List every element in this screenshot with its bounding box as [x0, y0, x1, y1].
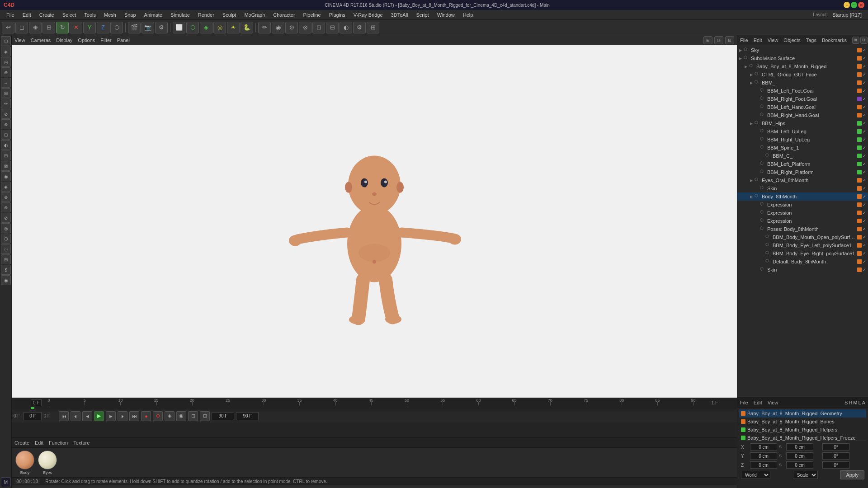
obj-item-18[interactable]: ▶⬡Body_8thMonth✓: [737, 192, 868, 201]
frame-input[interactable]: [24, 412, 42, 420]
menu-file[interactable]: File: [3, 11, 18, 19]
menu-help[interactable]: Help: [459, 11, 477, 19]
play-btn[interactable]: ▶: [94, 411, 104, 421]
menu-mesh[interactable]: Mesh: [100, 11, 120, 19]
vp-filter[interactable]: Filter: [100, 38, 111, 43]
left-tool-8[interactable]: ⊘: [1, 109, 11, 119]
left-tool-17[interactable]: ⊗: [1, 202, 11, 212]
left-tool-18[interactable]: ⊘: [1, 213, 11, 223]
left-tool-16[interactable]: ⊕: [1, 192, 11, 202]
left-tool-10[interactable]: ⊡: [1, 130, 11, 140]
key-type-btn[interactable]: ◈: [165, 411, 175, 421]
scale-dropdown[interactable]: Scale Size: [793, 471, 818, 479]
material-eyes[interactable]: Eyes: [38, 450, 57, 475]
viewport[interactable]: [12, 45, 737, 398]
rot-z-input[interactable]: [822, 461, 849, 469]
obj-item-8[interactable]: ⬡BBM_Right_Hand.Goal✓: [737, 111, 868, 119]
attr-item-0[interactable]: Baby_Boy_at_8_Month_Rigged_Geometry: [739, 409, 866, 418]
cube-btn[interactable]: ⬜: [173, 22, 185, 33]
menu-select[interactable]: Select: [59, 11, 80, 19]
obj-item-11[interactable]: ⬡BBM_Right_UpLeg✓: [737, 136, 868, 144]
size-x-input[interactable]: [786, 443, 813, 450]
obj-item-12[interactable]: ⬡BBM_Spine_1✓: [737, 144, 868, 152]
left-tool-13[interactable]: ⊠: [1, 161, 11, 171]
end-frame-input[interactable]: [212, 412, 234, 420]
mat-edit[interactable]: Edit: [35, 440, 43, 446]
pos-y-input[interactable]: [750, 452, 777, 460]
size-z-input[interactable]: [786, 461, 813, 469]
left-tool-12[interactable]: ⊟: [1, 150, 11, 160]
mat-function[interactable]: Function: [49, 440, 68, 446]
object-mode[interactable]: ⬡: [110, 22, 123, 33]
vp-icon3[interactable]: ⊡: [725, 36, 734, 44]
vp-icon1[interactable]: ⊞: [703, 36, 712, 44]
obj-item-10[interactable]: ⬡BBM_Left_UpLeg✓: [737, 127, 868, 136]
mat-create[interactable]: Create: [14, 440, 29, 446]
knife-btn[interactable]: ⊗: [299, 22, 311, 33]
camera-btn[interactable]: ◎: [213, 22, 226, 33]
nurbs-btn[interactable]: ⬡: [186, 22, 199, 33]
obj-item-2[interactable]: ▶⬡Baby_Boy_at_8_Month_Rigged✓: [737, 62, 868, 70]
material-body-ball[interactable]: [15, 450, 34, 469]
move-tool[interactable]: ⊕: [29, 22, 42, 33]
prev-frame-btn[interactable]: ⏴: [71, 411, 80, 421]
loop-cut-btn[interactable]: ⊡: [312, 22, 325, 33]
left-tool-20[interactable]: ⬡: [1, 234, 11, 244]
rotate-tool[interactable]: ↻: [56, 22, 69, 33]
paint-brush-btn[interactable]: ✏: [258, 22, 271, 33]
render-btn[interactable]: 🎬: [128, 22, 141, 33]
left-tool-3[interactable]: ◎: [1, 57, 11, 67]
material-eyes-ball[interactable]: [38, 450, 57, 469]
obj-item-16[interactable]: ▶⬡Eyes_Oral_8thMonth✓: [737, 176, 868, 184]
left-tool-5[interactable]: ↔: [1, 78, 11, 88]
motion-btn[interactable]: ◉: [176, 411, 186, 421]
pos-z-input[interactable]: [750, 461, 777, 469]
menu-tools[interactable]: Tools: [80, 11, 99, 19]
close-button[interactable]: ✕: [858, 2, 864, 8]
select-tool[interactable]: ◻: [15, 22, 28, 33]
settings-btn[interactable]: ⚙: [353, 22, 366, 33]
left-tool-11[interactable]: ◐: [1, 140, 11, 150]
obj-item-1[interactable]: ▶⬡Subdivision Surface✓: [737, 54, 868, 62]
layout-selector[interactable]: Startup [R17]: [829, 11, 865, 19]
vp-view[interactable]: View: [14, 38, 25, 43]
z-axis-btn[interactable]: Z: [97, 22, 109, 33]
obj-item-24[interactable]: ⬡BBM_Body_Eye_Left_polySurface1✓: [737, 241, 868, 249]
attr-view[interactable]: View: [768, 400, 778, 405]
rot-y-input[interactable]: [822, 452, 849, 460]
left-tool-2[interactable]: ◈: [1, 47, 11, 56]
obj-item-0[interactable]: ▶⬡Sky✓: [737, 46, 868, 54]
undo-button[interactable]: ↩: [2, 22, 14, 33]
obj-item-4[interactable]: ▶⬡BBM_✓: [737, 79, 868, 87]
next-key-btn[interactable]: ►: [106, 411, 116, 421]
menu-script[interactable]: Script: [413, 11, 433, 19]
left-tool-19[interactable]: ◎: [1, 223, 11, 233]
obj-item-5[interactable]: ⬡BBM_Left_Foot.Goal✓: [737, 87, 868, 95]
attr-file[interactable]: File: [740, 400, 748, 405]
om-view[interactable]: View: [768, 38, 778, 43]
om-icon2[interactable]: ⊡: [860, 37, 868, 44]
attr-edit[interactable]: Edit: [754, 400, 762, 405]
y-axis-btn[interactable]: Y: [83, 22, 96, 33]
left-tool-14[interactable]: ◉: [1, 171, 11, 181]
menu-edit[interactable]: Edit: [19, 11, 35, 19]
om-icon1[interactable]: ⊞: [852, 37, 859, 44]
obj-item-6[interactable]: ⬡BBM_Right_Foot.Goal✓: [737, 95, 868, 103]
menu-vray[interactable]: V-Ray Bridge: [350, 11, 387, 19]
menu-3dtoall[interactable]: 3DToAll: [387, 11, 412, 19]
render-settings-btn[interactable]: ⚙: [155, 22, 168, 33]
menu-simulate[interactable]: Simulate: [167, 11, 193, 19]
prev-key-btn[interactable]: ◄: [82, 411, 92, 421]
script2-btn[interactable]: ⊞: [367, 22, 379, 33]
record-btn[interactable]: ●: [141, 411, 151, 421]
menu-character[interactable]: Character: [269, 11, 298, 19]
vp-icon2[interactable]: ◎: [714, 36, 723, 44]
attr-item-3[interactable]: Baby_Boy_at_8_Month_Rigged_Helpers_Freez…: [739, 434, 866, 441]
left-tool-4[interactable]: ⊕: [1, 67, 11, 77]
pos-x-input[interactable]: [750, 443, 777, 450]
left-tool-6[interactable]: ⊞: [1, 88, 11, 98]
layer-btn[interactable]: ⊡: [188, 411, 198, 421]
x-axis-btn[interactable]: ✕: [70, 22, 82, 33]
menu-pipeline[interactable]: Pipeline: [300, 11, 325, 19]
magnet-btn[interactable]: ◉: [272, 22, 284, 33]
